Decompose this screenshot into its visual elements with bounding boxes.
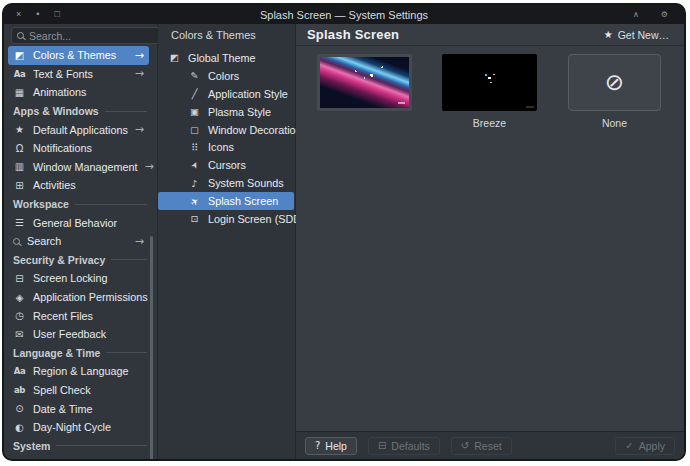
login-screen-icon: ⊡ xyxy=(188,213,201,224)
tree-item-label: System Sounds xyxy=(208,177,284,189)
sidebar-item-label: Recent Files xyxy=(33,310,93,322)
help-icon: ? xyxy=(315,440,320,451)
tree-item-icons[interactable]: ⠿Icons xyxy=(158,138,294,156)
section-divider xyxy=(75,204,147,205)
help-button[interactable]: ?Help xyxy=(305,437,357,455)
tree-item-label: Colors xyxy=(208,70,239,82)
search-input[interactable] xyxy=(29,30,164,42)
sidebar-list: ◩Colors & Themes→AaText & Fonts→▦Animati… xyxy=(8,46,149,461)
section-divider xyxy=(105,111,147,112)
search-box[interactable] xyxy=(11,27,170,44)
sidebar-item-label: Search xyxy=(27,235,61,247)
sidebar-section-apps-windows: Apps & Windows xyxy=(8,102,149,121)
sidebar-item-screen-locking[interactable]: ⊟Screen Locking xyxy=(8,269,149,288)
recent-files-icon: ◷ xyxy=(13,310,26,321)
sidebar-item-general-behavior[interactable]: ☰General Behavior xyxy=(8,213,149,232)
colors-themes-icon: ◩ xyxy=(13,50,26,61)
apply-button[interactable]: ✓Apply xyxy=(615,437,675,455)
sidebar-item-label: Region & Language xyxy=(33,365,128,377)
sidebar-section-language-time: Language & Time xyxy=(8,344,149,363)
sidebar-item-colors-themes[interactable]: ◩Colors & Themes→ xyxy=(8,46,149,65)
tree-item-window-decorations[interactable]: ▢Window Decorations xyxy=(158,121,294,139)
tree-item-cursors[interactable]: ➤Cursors xyxy=(158,156,294,174)
defaults-label: Defaults xyxy=(391,440,430,452)
keep-above-icon[interactable]: ∧ xyxy=(633,10,639,19)
region-language-icon: Aa xyxy=(13,366,26,376)
maximize-icon[interactable]: □ xyxy=(54,10,59,19)
get-new-button[interactable]: ★ Get New… xyxy=(600,27,673,43)
sidebar-item-label: User Feedback xyxy=(33,328,106,340)
sidebar-item-spell-check[interactable]: abSpell Check xyxy=(8,381,149,400)
section-divider xyxy=(106,352,147,353)
sidebar-item-user-feedback[interactable]: ✉User Feedback xyxy=(8,325,149,344)
tree-item-plasma-style[interactable]: ▣Plasma Style xyxy=(158,103,294,121)
window-management-icon: ▥ xyxy=(13,161,26,172)
section-label: Workspace xyxy=(13,198,69,210)
general-behavior-icon: ☰ xyxy=(13,217,26,228)
sidebar-item-window-management[interactable]: ▥Window Management→ xyxy=(8,158,149,177)
arrow-right-icon: → xyxy=(135,67,144,80)
tree-item-splash-screen[interactable]: ✈Splash Screen xyxy=(158,192,294,210)
arrow-right-icon: → xyxy=(135,235,144,248)
activities-icon: ⊞ xyxy=(13,180,26,191)
application-permissions-icon: ◈ xyxy=(13,292,26,303)
about-system-icon: ℹ xyxy=(13,459,26,461)
tree-item-login-screen-sddm[interactable]: ⊡Login Screen (SDDM) xyxy=(158,210,294,228)
sidebar-item-about-this-system[interactable]: ℹAbout this System xyxy=(8,455,149,461)
search-row: ▤ xyxy=(4,24,157,44)
sidebar-item-recent-files[interactable]: ◷Recent Files xyxy=(8,306,149,325)
sidebar-item-label: Day-Night Cycle xyxy=(33,421,111,433)
spell-check-icon: ab xyxy=(13,385,26,395)
section-divider xyxy=(56,445,147,446)
date-time-icon: ⊙ xyxy=(13,403,26,414)
sidebar-item-animations[interactable]: ▦Animations xyxy=(8,83,149,102)
sidebar-item-date-time[interactable]: ⊙Date & Time xyxy=(8,399,149,418)
category-panel-header: Colors & Themes xyxy=(158,24,295,45)
settings-icon[interactable]: ⚙ xyxy=(661,10,668,19)
close-icon[interactable]: × xyxy=(16,10,21,19)
splash-card-breeze[interactable]: Breeze xyxy=(442,54,537,130)
page: × • □ Splash Screen — System Settings ∧ … xyxy=(0,0,690,466)
sidebar-item-text-fonts[interactable]: AaText & Fonts→ xyxy=(8,65,149,84)
splash-thumbnail-frame xyxy=(317,54,412,111)
user-feedback-icon: ✉ xyxy=(13,329,26,340)
sidebar-item-application-permissions[interactable]: ◈Application Permissions xyxy=(8,288,149,307)
sidebar-item-search[interactable]: Search→ xyxy=(8,232,149,251)
splash-card-none[interactable]: ⊘None xyxy=(567,54,662,130)
sidebar-item-activities[interactable]: ⊞Activities xyxy=(8,176,149,195)
defaults-button[interactable]: ⊟Defaults xyxy=(368,437,440,455)
tree-item-colors[interactable]: ✎Colors xyxy=(158,67,294,85)
splash-card-label: Breeze xyxy=(473,117,506,130)
tree-item-label: Icons xyxy=(208,141,234,153)
sidebar-item-region-language[interactable]: AaRegion & Language xyxy=(8,362,149,381)
tree-item-application-style[interactable]: ╱Application Style xyxy=(158,85,294,103)
sidebar-item-label: Window Management xyxy=(33,161,137,173)
reset-button[interactable]: ↺Reset xyxy=(451,437,512,455)
arrow-right-icon: → xyxy=(135,49,144,62)
system-sounds-icon: ♪ xyxy=(188,178,201,189)
tree-item-label: Cursors xyxy=(208,159,246,171)
sidebar-item-label: Animations xyxy=(33,86,86,98)
splash-card-current[interactable] xyxy=(317,54,412,130)
reset-icon: ↺ xyxy=(461,440,469,451)
section-label: Language & Time xyxy=(13,347,100,359)
sidebar-item-default-applications[interactable]: ★Default Applications→ xyxy=(8,120,149,139)
section-divider xyxy=(111,259,147,260)
tree-item-global-theme[interactable]: ◩Global Theme xyxy=(158,49,294,67)
animations-icon: ▦ xyxy=(13,87,26,98)
sidebar-item-label: Colors & Themes xyxy=(33,49,116,61)
tree-item-system-sounds[interactable]: ♪System Sounds xyxy=(158,174,294,192)
section-label: Security & Privacy xyxy=(13,254,105,266)
help-label: Help xyxy=(325,440,347,452)
search-settings-icon xyxy=(13,238,20,245)
minimize-icon[interactable]: • xyxy=(36,10,39,19)
sidebar-item-day-night-cycle[interactable]: ◐Day-Night Cycle xyxy=(8,418,149,437)
global-theme-icon: ◩ xyxy=(168,52,181,63)
sidebar-item-label: Activities xyxy=(33,179,76,191)
content-header: Splash Screen ★ Get New… xyxy=(296,24,684,46)
sidebar-scrollbar[interactable] xyxy=(150,236,153,461)
splash-grid: Breeze⊘None xyxy=(296,46,684,130)
sidebar-item-notifications[interactable]: ΩNotifications xyxy=(8,139,149,158)
tree-item-label: Plasma Style xyxy=(208,106,271,118)
sidebar-item-label: Text & Fonts xyxy=(33,68,93,80)
